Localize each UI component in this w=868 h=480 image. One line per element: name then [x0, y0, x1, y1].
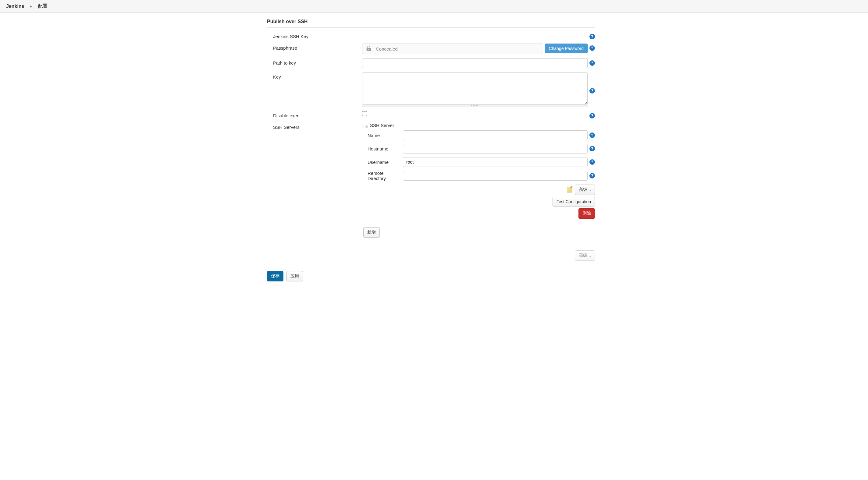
remote-directory-input[interactable] [403, 171, 588, 181]
ssh-server-header: SSH Server [370, 123, 394, 128]
add-button[interactable]: 新增 [363, 227, 380, 237]
lock-icon [365, 45, 372, 53]
passphrase-concealed-text: Concealed [376, 46, 398, 52]
note-icon [567, 187, 572, 192]
ssh-server-block: SSH Server Name ? Hostname ? Username ? [363, 123, 595, 219]
advanced-button[interactable]: 高级... [575, 185, 595, 195]
save-button[interactable]: 保存 [267, 271, 283, 281]
drag-handle-icon[interactable] [363, 123, 368, 128]
key-textarea[interactable] [362, 72, 588, 105]
help-icon[interactable]: ? [589, 173, 595, 179]
breadcrumb: Jenkins ▶ 配置 [0, 0, 868, 13]
passphrase-field: Concealed [362, 43, 543, 54]
name-label: Name [363, 133, 401, 138]
passphrase-label: Passphrase [271, 43, 362, 51]
key-label: Key [271, 72, 362, 79]
breadcrumb-separator-icon: ▶ [30, 5, 32, 8]
hostname-label: Hostname [363, 146, 401, 151]
breadcrumb-root[interactable]: Jenkins [6, 4, 24, 9]
username-label: Username [363, 160, 401, 165]
name-input[interactable] [403, 130, 588, 140]
remote-directory-label: Remote Directory [363, 170, 401, 181]
help-icon[interactable]: ? [589, 159, 595, 165]
help-icon[interactable]: ? [589, 113, 595, 119]
help-icon[interactable]: ? [589, 132, 595, 138]
advanced-bottom-button[interactable]: 高级... [575, 250, 595, 261]
path-to-key-label: Path to key [271, 59, 362, 65]
apply-button[interactable]: 应用 [286, 271, 303, 281]
help-icon[interactable]: ? [589, 45, 595, 51]
breadcrumb-page[interactable]: 配置 [38, 3, 48, 9]
resize-handle[interactable] [362, 105, 588, 107]
disable-exec-checkbox[interactable] [362, 111, 367, 116]
hostname-input[interactable] [403, 144, 588, 154]
ssh-servers-label: SSH Servers [271, 123, 362, 130]
section-title: Publish over SSH [267, 19, 595, 28]
help-icon[interactable]: ? [589, 60, 595, 66]
help-icon[interactable]: ? [589, 34, 595, 39]
test-configuration-button[interactable]: Test Configuration [553, 197, 595, 206]
jenkins-ssh-key-label: Jenkins SSH Key [271, 32, 362, 39]
help-icon[interactable]: ? [589, 146, 595, 151]
help-icon[interactable]: ? [589, 88, 595, 94]
delete-button[interactable]: 删除 [579, 208, 595, 219]
change-password-button[interactable]: Change Password [545, 43, 588, 53]
disable-exec-label: Disable exec [271, 111, 362, 118]
path-to-key-input[interactable] [362, 59, 588, 68]
username-input[interactable] [403, 157, 588, 167]
